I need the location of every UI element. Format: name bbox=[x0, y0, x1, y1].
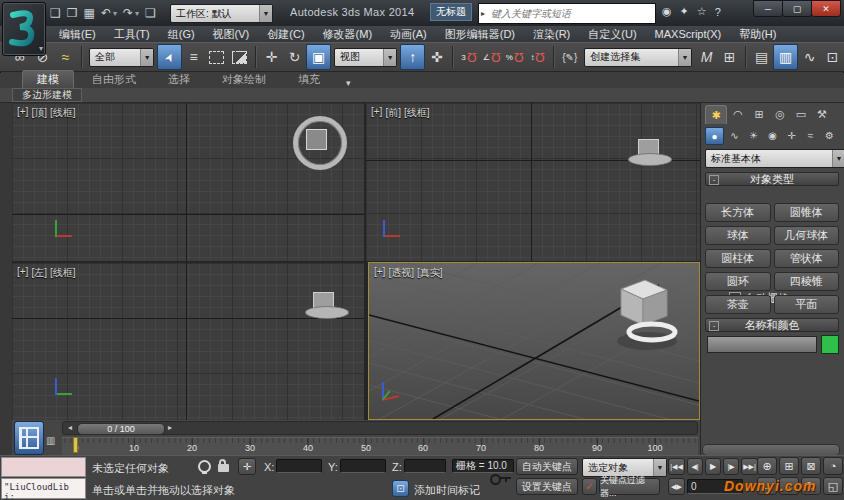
menu-customize[interactable]: 自定义(U) bbox=[579, 27, 645, 42]
save-file-icon[interactable]: ▦ bbox=[84, 6, 95, 20]
sphere-button[interactable]: 球体 bbox=[705, 226, 771, 245]
primitive-category-dropdown[interactable]: 标准基本体 ▼ bbox=[705, 149, 844, 168]
new-file-icon[interactable]: ❑ bbox=[50, 6, 61, 20]
category-helpers[interactable]: ✛ bbox=[783, 127, 800, 143]
polygon-modeling-panel[interactable]: 多边形建模 bbox=[12, 88, 82, 102]
set-key-button[interactable]: 设置关键点 bbox=[516, 478, 578, 495]
viewport-name-menu[interactable]: [顶] bbox=[31, 106, 47, 120]
rectangular-selection-region-icon[interactable] bbox=[205, 45, 228, 69]
cylinder-front-view[interactable] bbox=[628, 153, 672, 166]
menu-tools[interactable]: 工具(T) bbox=[105, 27, 159, 42]
tab-modify[interactable]: ◠ bbox=[728, 105, 748, 123]
category-lights[interactable]: ☀ bbox=[745, 127, 762, 143]
tab-hierarchy[interactable]: ⊞ bbox=[749, 105, 769, 123]
select-and-scale-button[interactable]: ▣ bbox=[306, 44, 331, 70]
align-icon[interactable]: ⊞ bbox=[718, 45, 741, 69]
object-color-swatch[interactable] bbox=[821, 335, 839, 354]
viewport-name-menu[interactable]: [前] bbox=[385, 106, 401, 120]
zoom-extents-all-button[interactable]: ⊠ bbox=[801, 457, 821, 475]
menu-rendering[interactable]: 渲染(R) bbox=[524, 27, 579, 42]
select-and-move-icon[interactable]: ✛ bbox=[260, 45, 283, 69]
menu-help[interactable]: 帮助(H) bbox=[730, 27, 785, 42]
auto-key-button[interactable]: 自动关键点 bbox=[516, 458, 578, 475]
zoom-button[interactable]: ⊕ bbox=[757, 457, 777, 475]
x-coord-field[interactable] bbox=[276, 459, 322, 473]
viewport-name-menu[interactable]: [左] bbox=[31, 266, 47, 280]
menu-animation[interactable]: 动画(A) bbox=[381, 27, 436, 42]
track-bar[interactable]: 0 10 20 30 40 50 60 70 80 90 100 bbox=[62, 437, 698, 455]
viewport-menu-plus[interactable]: [+] bbox=[374, 266, 385, 280]
graphite-ribbon-toggle-button[interactable]: ▥ bbox=[773, 44, 798, 70]
next-frame-arrow-icon[interactable]: ▸ bbox=[165, 423, 175, 433]
cylinder-button[interactable]: 圆柱体 bbox=[705, 249, 771, 268]
ribbon-tab-object-paint[interactable]: 对象绘制 bbox=[208, 71, 280, 88]
curve-editor-icon[interactable]: ∿ bbox=[798, 45, 821, 69]
close-button[interactable]: ✕ bbox=[811, 0, 841, 17]
name-color-rollout-header[interactable]: - 名称和颜色 bbox=[705, 318, 839, 332]
named-selection-sets-dropdown[interactable]: 创建选择集 ▼ bbox=[584, 48, 692, 67]
ribbon-tab-freeform[interactable]: 自由形式 bbox=[78, 71, 150, 88]
select-object-button[interactable]: ➤ bbox=[157, 44, 182, 70]
viewport-top[interactable]: [+] [顶] [线框] bbox=[12, 103, 364, 261]
previous-frame-arrow-icon[interactable]: ◂ bbox=[65, 423, 75, 433]
select-and-manipulate-icon[interactable]: ✜ bbox=[425, 45, 448, 69]
viewport-shading-menu[interactable]: [线框] bbox=[404, 106, 430, 120]
workspace-selector[interactable]: 工作区: 默认 ▼ bbox=[170, 4, 273, 23]
viewport-menu-plus[interactable]: [+] bbox=[17, 106, 28, 120]
field-of-view-button[interactable]: ◔ bbox=[823, 457, 843, 475]
plane-button[interactable]: 平面 bbox=[774, 295, 840, 314]
undo-flyout-icon[interactable]: ▾ bbox=[113, 9, 117, 18]
redo-flyout-icon[interactable]: ▾ bbox=[135, 9, 139, 18]
category-shapes[interactable]: ∿ bbox=[726, 127, 743, 143]
geosphere-button[interactable]: 几何球体 bbox=[774, 226, 840, 245]
torus-button[interactable]: 圆环 bbox=[705, 272, 771, 291]
maxscript-listener-pink[interactable] bbox=[1, 457, 86, 477]
ribbon-minimize-icon[interactable]: ▾ bbox=[338, 78, 359, 88]
absolute-mode-button[interactable]: ✛ bbox=[238, 458, 256, 475]
menu-modifiers[interactable]: 修改器(M) bbox=[314, 27, 382, 42]
use-pivot-center-button[interactable]: ↑ bbox=[400, 44, 425, 70]
tab-motion[interactable]: ◎ bbox=[770, 105, 790, 123]
spinner-snap-toggle-button[interactable]: ↕Ω bbox=[526, 45, 549, 69]
tab-utilities[interactable]: ⚒ bbox=[812, 105, 832, 123]
help-icon[interactable]: ? bbox=[715, 6, 721, 18]
reference-coordinate-system-dropdown[interactable]: 视图 ▼ bbox=[334, 48, 397, 67]
go-to-end-button[interactable]: ▶▶| bbox=[741, 458, 758, 475]
viewport-front[interactable]: [+] [前] [线框] bbox=[366, 103, 700, 261]
zoom-all-button[interactable]: ⊞ bbox=[779, 457, 799, 475]
selection-lock-icon[interactable] bbox=[218, 464, 229, 472]
z-coord-field[interactable] bbox=[404, 459, 446, 473]
project-folder-icon[interactable]: ❏ bbox=[145, 6, 156, 20]
search-go-icon[interactable]: ▸ bbox=[479, 9, 487, 18]
set-keys-check-button[interactable]: ✓ bbox=[582, 478, 597, 495]
select-and-rotate-icon[interactable]: ↻ bbox=[283, 45, 306, 69]
go-to-start-button[interactable]: |◀◀ bbox=[668, 458, 685, 475]
minimize-button[interactable]: ─ bbox=[753, 0, 783, 17]
menu-graph-editors[interactable]: 图形编辑器(D) bbox=[436, 27, 524, 42]
tab-display[interactable]: ▭ bbox=[791, 105, 811, 123]
ribbon-tab-selection[interactable]: 选择 bbox=[154, 71, 204, 88]
category-space-warps[interactable]: ≈ bbox=[802, 127, 819, 143]
viewport-shading-menu[interactable]: [线框] bbox=[50, 106, 76, 120]
communication-center-icon[interactable]: ✦ bbox=[680, 5, 689, 18]
y-coord-field[interactable] bbox=[340, 459, 386, 473]
cylinder-left-view[interactable] bbox=[305, 306, 349, 319]
maximize-button[interactable]: ▢ bbox=[782, 0, 812, 17]
open-file-icon[interactable]: ❒ bbox=[67, 6, 78, 20]
category-cameras[interactable]: ◉ bbox=[764, 127, 781, 143]
current-frame-marker[interactable] bbox=[73, 437, 78, 453]
menu-create[interactable]: 创建(C) bbox=[258, 27, 313, 42]
collapse-icon[interactable]: - bbox=[709, 321, 719, 331]
category-systems[interactable]: ⚙ bbox=[821, 127, 838, 143]
manage-layers-icon[interactable]: ▤ bbox=[750, 45, 773, 69]
search-icon[interactable]: ◉ bbox=[662, 5, 672, 18]
tube-button[interactable]: 管状体 bbox=[774, 249, 840, 268]
add-time-tag[interactable]: 添加时间标记 bbox=[414, 483, 480, 498]
teapot-button[interactable]: 茶壶 bbox=[705, 295, 771, 314]
viewport-menu-plus[interactable]: [+] bbox=[17, 266, 28, 280]
menu-edit[interactable]: 编辑(E) bbox=[50, 27, 105, 42]
object-type-rollout-header[interactable]: - 对象类型 bbox=[705, 172, 839, 186]
application-menu-button[interactable]: ▾ bbox=[2, 2, 46, 56]
maxscript-listener-white[interactable]: "LiuCloudLib i: bbox=[1, 478, 86, 499]
workspace-dropdown-arrow-icon[interactable]: ▼ bbox=[259, 5, 272, 22]
